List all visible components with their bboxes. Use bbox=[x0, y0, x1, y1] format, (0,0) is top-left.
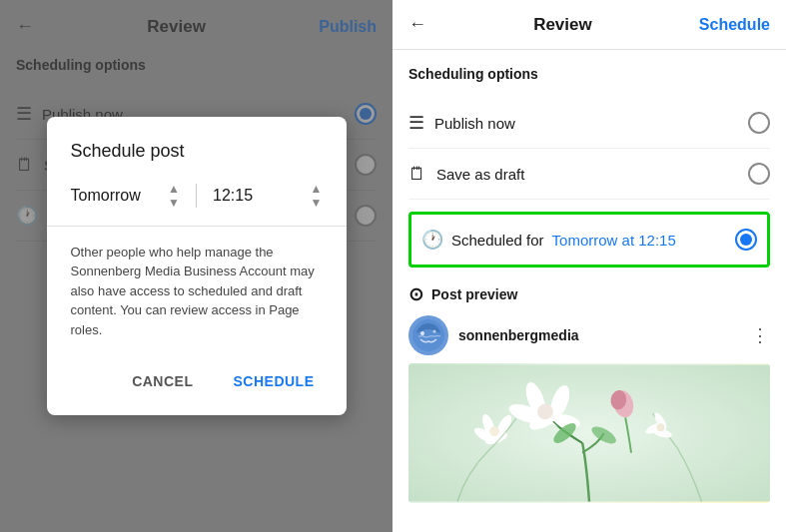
dialog-title: Schedule post bbox=[47, 117, 347, 170]
svg-point-2 bbox=[433, 330, 436, 333]
instagram-icon: ⊙ bbox=[408, 283, 423, 305]
post-preview-label: ⊙ Post preview bbox=[408, 283, 770, 305]
right-publish-now-icon: ☰ bbox=[408, 112, 424, 134]
date-arrow-icon: ▲▼ bbox=[168, 182, 180, 210]
right-body: Scheduling options ☰ Publish now 🗒 Save … bbox=[393, 50, 786, 519]
right-header-title: Review bbox=[533, 15, 592, 35]
date-value: Tomorrow bbox=[71, 187, 141, 205]
post-preview-section: ⊙ Post preview sonnen bbox=[408, 283, 770, 503]
right-publish-now-radio[interactable] bbox=[748, 112, 770, 134]
right-panel: ← Review Schedule Scheduling options ☰ P… bbox=[393, 0, 786, 532]
schedule-post-dialog: Schedule post Tomorrow ▲▼ 12:15 ▲▼ Other… bbox=[47, 117, 347, 416]
left-panel: ← Review Publish Scheduling options ☰ Pu… bbox=[0, 0, 393, 532]
right-header: ← Review Schedule bbox=[393, 0, 786, 50]
preview-header: sonnenbergmedia ⋮ bbox=[408, 315, 770, 355]
dialog-overlay: Schedule post Tomorrow ▲▼ 12:15 ▲▼ Other… bbox=[0, 0, 393, 532]
dialog-body-text: Other people who help manage the Sonnenb… bbox=[47, 227, 347, 356]
preview-user: sonnenbergmedia bbox=[408, 315, 579, 355]
right-save-draft-icon: 🗒 bbox=[408, 164, 426, 185]
scheduled-radio[interactable] bbox=[735, 229, 757, 251]
svg-rect-3 bbox=[408, 365, 770, 502]
date-field[interactable]: Tomorrow ▲▼ bbox=[71, 182, 189, 210]
date-time-divider bbox=[196, 184, 197, 208]
scheduled-highlight-text: Tomorrow at 12:15 bbox=[552, 232, 676, 249]
scheduled-text: 🕐 Scheduled for Tomorrow at 12:15 bbox=[421, 229, 676, 251]
avatar bbox=[408, 315, 448, 355]
right-publish-now-label: Publish now bbox=[434, 115, 515, 132]
dialog-actions: CANCEL SCHEDULE bbox=[47, 355, 347, 415]
username: sonnenbergmedia bbox=[458, 327, 579, 343]
schedule-clock-icon: 🕐 bbox=[421, 229, 443, 251]
right-schedule-button[interactable]: Schedule bbox=[699, 16, 770, 34]
scheduled-for-row[interactable]: 🕐 Scheduled for Tomorrow at 12:15 bbox=[408, 212, 770, 267]
right-scheduling-label: Scheduling options bbox=[408, 66, 770, 82]
svg-point-22 bbox=[657, 423, 665, 431]
right-option-save-draft[interactable]: 🗒 Save as draft bbox=[408, 149, 770, 200]
right-save-draft-label: Save as draft bbox=[436, 166, 524, 183]
time-field[interactable]: 12:15 ▲▼ bbox=[205, 182, 323, 210]
preview-image bbox=[408, 363, 770, 503]
time-value: 12:15 bbox=[213, 187, 253, 205]
more-options-icon[interactable]: ⋮ bbox=[751, 324, 770, 346]
right-option-publish-now[interactable]: ☰ Publish now bbox=[408, 98, 770, 149]
schedule-button[interactable]: SCHEDULE bbox=[217, 363, 330, 399]
svg-point-1 bbox=[420, 331, 424, 335]
svg-point-9 bbox=[537, 404, 553, 420]
right-save-draft-radio[interactable] bbox=[748, 163, 770, 185]
time-arrow-icon: ▲▼ bbox=[311, 182, 323, 210]
right-back-button[interactable]: ← bbox=[408, 14, 426, 35]
svg-point-16 bbox=[489, 426, 499, 436]
scheduled-static-text: Scheduled for bbox=[451, 232, 544, 249]
cancel-button[interactable]: CANCEL bbox=[116, 363, 209, 399]
dialog-date-row: Tomorrow ▲▼ 12:15 ▲▼ bbox=[47, 170, 347, 227]
